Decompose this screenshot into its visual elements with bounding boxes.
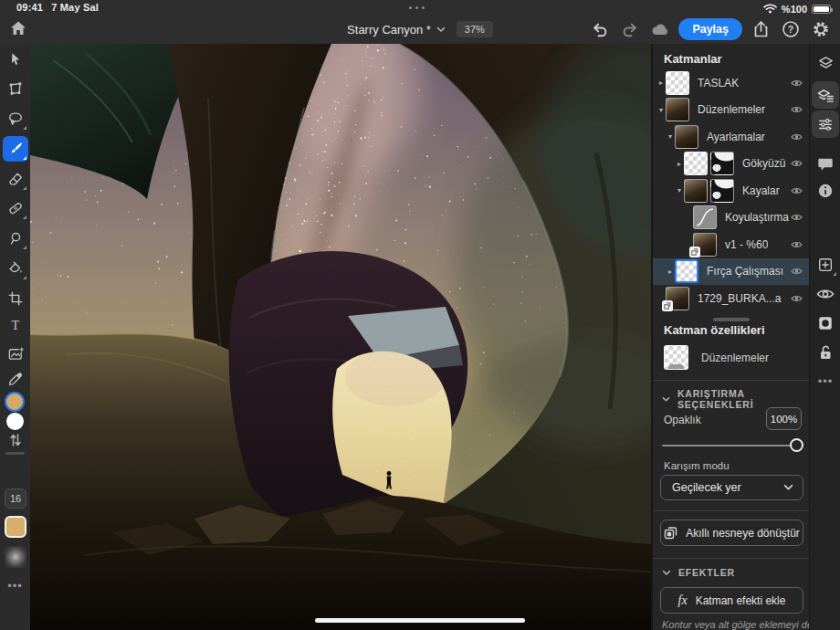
share-button[interactable]: Paylaş	[678, 18, 742, 40]
mask-icon	[817, 315, 834, 331]
place-photo-tool[interactable]	[3, 341, 28, 366]
layer-thumbnail[interactable]	[684, 179, 708, 203]
effects-header[interactable]: EFEKTLER	[662, 567, 735, 578]
layer-row[interactable]: Koyulaştırma	[653, 205, 811, 232]
type-tool[interactable]: T	[3, 312, 28, 338]
disclosure-triangle-icon[interactable]: ▸	[656, 79, 666, 87]
layer-thumbnail[interactable]	[666, 71, 689, 95]
document-title[interactable]: Starry Canyon *	[347, 23, 446, 37]
layer-row[interactable]: v1 - %60	[653, 231, 811, 258]
layer-visibility-button[interactable]	[812, 280, 839, 308]
info-button[interactable]	[812, 177, 839, 205]
move-tool-icon	[7, 51, 24, 68]
brush-size-indicator[interactable]: 16	[5, 488, 26, 509]
layer-properties-panel-button[interactable]	[812, 81, 839, 109]
cloud-sync-button[interactable]	[648, 17, 672, 41]
layer-row[interactable]: 1729_BURKA...anced-NR33	[653, 285, 811, 312]
disclosure-triangle-icon[interactable]: ▸	[675, 160, 684, 168]
place-photo-icon	[7, 345, 25, 362]
move-tool[interactable]	[3, 47, 28, 72]
undo-button[interactable]	[588, 17, 612, 41]
transform-tool[interactable]	[3, 76, 28, 101]
help-button[interactable]: ?	[779, 17, 803, 41]
opacity-slider[interactable]	[662, 445, 802, 446]
right-icon-strip: •••	[809, 44, 840, 630]
home-indicator[interactable]	[315, 618, 525, 623]
blend-mode-dropdown[interactable]: Geçilecek yer	[660, 475, 803, 500]
layers-panel-button[interactable]	[812, 49, 839, 77]
disclosure-triangle-icon[interactable]: ▸	[666, 268, 675, 276]
convert-smart-object-button[interactable]: Akıllı nesneye dönüştür	[660, 520, 803, 546]
layer-thumbnail[interactable]	[666, 98, 689, 121]
layer-thumbnail[interactable]	[684, 152, 708, 175]
eye-icon[interactable]	[791, 105, 803, 114]
smart-object-icon	[664, 526, 677, 540]
layer-list: ▸TASLAK▾Düzenlemeler▾Ayarlamalar▸Gökyüzü…	[653, 69, 811, 312]
panel-drag-handle[interactable]	[713, 318, 750, 321]
lasso-select-tool[interactable]	[3, 106, 28, 131]
comments-button[interactable]	[812, 150, 839, 177]
crop-tool[interactable]	[3, 286, 28, 311]
layer-row[interactable]: ▾Kayalar	[653, 177, 811, 205]
layer-row[interactable]: ▸Gökyüzü	[653, 151, 811, 178]
layer-thumbnail[interactable]	[693, 205, 717, 229]
layer-mask-thumbnail[interactable]	[710, 152, 734, 175]
eye-icon[interactable]	[791, 159, 803, 168]
add-layer-button[interactable]	[812, 251, 839, 278]
layer-thumbnail[interactable]	[666, 287, 689, 310]
layer-thumbnail[interactable]	[675, 259, 698, 283]
eye-icon[interactable]	[791, 240, 803, 249]
document-title-text: Starry Canyon *	[347, 23, 431, 37]
disclosure-triangle-icon[interactable]: ▾	[675, 186, 684, 194]
eyedropper-tool[interactable]	[3, 366, 28, 392]
disclosure-triangle-icon[interactable]: ▾	[656, 106, 666, 114]
layer-mask-thumbnail[interactable]	[710, 179, 734, 203]
tool-options-drag-handle[interactable]	[5, 452, 25, 455]
current-color-tile[interactable]	[5, 516, 26, 538]
healing-brush-tool[interactable]	[3, 195, 28, 221]
zoom-level-badge[interactable]: 37%	[457, 21, 493, 37]
clone-stamp-tool[interactable]	[3, 226, 28, 251]
adjustments-panel-button[interactable]	[812, 110, 839, 138]
canvas-area[interactable]	[30, 44, 651, 630]
eye-icon[interactable]	[791, 213, 803, 222]
unlock-icon	[818, 344, 833, 361]
more-options-button[interactable]: •••	[810, 374, 840, 388]
layer-thumbnail[interactable]	[693, 233, 717, 257]
add-layer-icon	[817, 257, 834, 273]
comment-icon	[817, 156, 834, 172]
multitasking-dots-icon[interactable]	[409, 6, 425, 9]
lock-layer-button[interactable]	[812, 339, 839, 366]
paint-bucket-tool[interactable]	[3, 256, 28, 281]
top-toolbar: Starry Canyon * 37% Paylaş ?	[0, 15, 840, 44]
swap-colors-button[interactable]	[3, 427, 28, 453]
disclosure-triangle-icon[interactable]: ▾	[666, 132, 675, 141]
layer-name: Düzenlemeler	[698, 103, 765, 116]
layer-row[interactable]: ▸Fırça Çalışması	[653, 258, 811, 286]
layer-row[interactable]: ▸TASLAK	[653, 69, 811, 97]
layer-thumbnail[interactable]	[675, 125, 698, 149]
eye-icon[interactable]	[791, 294, 803, 303]
opacity-slider-knob[interactable]	[790, 438, 803, 452]
settings-button[interactable]	[809, 17, 833, 41]
background-color-swatch[interactable]	[5, 412, 25, 431]
add-layer-effect-button[interactable]: fx Katman efekti ekle	[660, 587, 803, 614]
layer-row[interactable]: ▾Ayarlamalar	[653, 123, 811, 151]
brush-preview-tile[interactable]	[5, 546, 26, 568]
home-button[interactable]	[7, 17, 29, 39]
foreground-color-swatch[interactable]	[5, 392, 25, 412]
export-button[interactable]	[749, 17, 772, 41]
tool-options-more-button[interactable]: •••	[0, 579, 30, 593]
eye-icon[interactable]	[791, 186, 803, 195]
redo-button[interactable]	[618, 17, 642, 41]
opacity-value-field[interactable]: 100%	[766, 407, 802, 430]
eye-icon[interactable]	[791, 132, 803, 142]
layer-mask-button[interactable]	[812, 310, 839, 337]
brush-tool[interactable]	[3, 136, 28, 162]
eraser-tool[interactable]	[3, 166, 28, 192]
layer-name: Kayalar	[742, 184, 780, 197]
photoshop-ipad-app: 09:417 May Sal %100 Starry Canyon * 37%	[0, 0, 840, 630]
layer-row[interactable]: ▾Düzenlemeler	[653, 97, 811, 124]
eye-icon[interactable]	[791, 79, 803, 88]
eye-icon[interactable]	[791, 267, 803, 276]
